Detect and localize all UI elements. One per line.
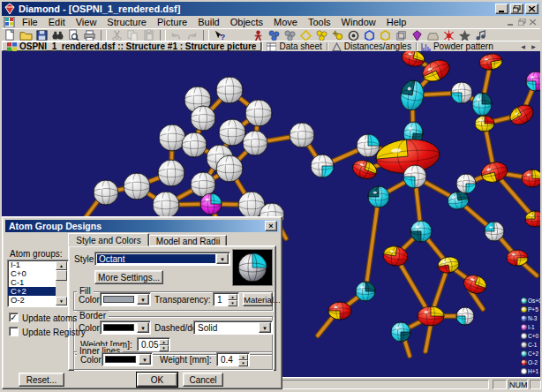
more-settings-button[interactable]: More Settings... — [94, 270, 163, 284]
transparency-value: 1 — [215, 295, 227, 305]
scroll-up-icon[interactable]: ▲ — [56, 261, 67, 270]
legend-item: H+1 — [521, 366, 540, 375]
atom-groups-list[interactable]: I-1C+0C-1C+2O-2 ▲ ▼ — [7, 260, 69, 307]
legend-label: C+0 — [528, 333, 538, 339]
dashed-dotted-combobox[interactable]: Solid ▼ — [193, 320, 273, 335]
restore-button[interactable] — [510, 4, 523, 14]
mdi-close-button[interactable] — [530, 17, 537, 27]
destroy-icon[interactable] — [441, 29, 455, 41]
update-atoms-checkbox[interactable]: ✓ — [9, 313, 19, 322]
border-weight-spinner[interactable]: 0.05 ▲▼ — [137, 337, 170, 351]
transparency-spinner[interactable]: 1 ▲▼ — [213, 292, 239, 306]
atom-sphere-icon — [521, 333, 527, 339]
border-color-combobox[interactable]: ▼ — [100, 320, 151, 335]
spin-up-icon[interactable]: ▲ — [228, 294, 237, 300]
menu-edit[interactable]: Edit — [43, 16, 71, 28]
spin-down-icon[interactable]: ▼ — [228, 300, 237, 306]
tab-distances-angles[interactable]: Distances/angles — [327, 41, 416, 51]
inner-color-combobox[interactable]: ▼ — [102, 352, 153, 366]
save-icon[interactable] — [34, 29, 49, 41]
menu-objects[interactable]: Objects — [225, 16, 268, 28]
atom-sphere-icon — [521, 351, 527, 357]
chevron-down-icon[interactable]: ▼ — [137, 294, 149, 305]
update-registry-checkbox[interactable] — [9, 327, 19, 336]
tray-icon[interactable] — [425, 29, 440, 41]
menu-build[interactable]: Build — [192, 16, 224, 28]
fill-color-combobox[interactable]: ▼ — [100, 292, 151, 306]
scroll-thumb[interactable] — [56, 270, 67, 281]
chevron-down-icon[interactable]: ▼ — [216, 253, 229, 264]
add-atom-icon[interactable] — [330, 29, 344, 41]
border-color-swatch — [103, 324, 134, 331]
unit-cell-icon[interactable] — [394, 29, 408, 41]
copy-icon — [125, 29, 139, 41]
measure-icon[interactable] — [473, 29, 487, 41]
legend-label: I-1 — [528, 324, 535, 330]
tab-structure-picture[interactable]: OSPNI_1_rendered.dsf :: Structure #1 : S… — [2, 41, 261, 51]
redo-icon — [184, 29, 199, 41]
menu-file[interactable]: File — [17, 16, 43, 28]
spin-up-icon[interactable]: ▲ — [159, 339, 169, 345]
print-preview-icon[interactable] — [66, 29, 80, 41]
menu-structure[interactable]: Structure — [102, 16, 152, 28]
tab-powder-pattern[interactable]: Powder pattern — [417, 41, 498, 51]
hexagon-blue-icon[interactable] — [362, 29, 376, 41]
reset-button[interactable]: Reset... — [19, 373, 64, 387]
dialog-close-icon[interactable]: × — [265, 221, 277, 231]
menu-window[interactable]: Window — [336, 16, 381, 28]
document-icon[interactable] — [4, 17, 15, 27]
mdi-minimize-button[interactable] — [508, 17, 515, 27]
cut-icon — [109, 29, 124, 41]
polyhedra-icon[interactable] — [298, 29, 312, 41]
print-icon[interactable] — [82, 29, 96, 41]
menu-bar: FileEditViewStructurePictureBuildObjects… — [2, 16, 540, 28]
chevron-down-icon[interactable]: ▼ — [259, 322, 271, 333]
atom-group-item[interactable]: O-2 — [8, 296, 56, 305]
open-icon[interactable] — [19, 29, 33, 41]
pack-cell-icon[interactable] — [282, 29, 297, 41]
border-weight-value: 0.05 — [139, 340, 158, 350]
atom-sphere-icon — [521, 306, 527, 313]
fill-atoms-icon[interactable] — [314, 29, 328, 41]
app-window: Diamond - [OSPNI_1_rendered.dsf] FileEdi… — [0, 0, 542, 392]
spin-up-icon[interactable]: ▲ — [238, 354, 248, 360]
context-help-icon[interactable]: ? — [212, 29, 226, 41]
spin-down-icon[interactable]: ▼ — [238, 360, 248, 366]
tab-scroll-left[interactable]: ◀ — [518, 43, 528, 49]
minimize-button[interactable] — [495, 4, 508, 14]
atom-sphere-icon — [521, 324, 527, 330]
material-button[interactable]: Material... — [243, 292, 273, 306]
menu-picture[interactable]: Picture — [152, 16, 192, 28]
find-icon[interactable] — [50, 29, 64, 41]
toolbar-separator — [160, 30, 166, 41]
tab-scroll-right[interactable]: ▶ — [529, 43, 538, 49]
ok-button[interactable]: OK — [137, 373, 177, 387]
spin-down-icon[interactable]: ▼ — [159, 345, 169, 351]
walk-structure-icon[interactable] — [251, 29, 265, 41]
tab-data-sheet[interactable]: Data sheet — [262, 41, 326, 51]
menu-view[interactable]: View — [71, 16, 102, 28]
mdi-restore-button[interactable] — [518, 17, 526, 27]
list-scrollbar[interactable]: ▲ ▼ — [56, 261, 67, 305]
menu-help[interactable]: Help — [381, 16, 412, 28]
hexagon-yellow-icon[interactable] — [378, 29, 392, 41]
chevron-down-icon[interactable]: ▼ — [137, 322, 149, 333]
app-logo-icon — [4, 3, 16, 15]
scroll-down-icon[interactable]: ▼ — [56, 297, 67, 305]
close-button[interactable] — [525, 4, 538, 14]
build-molecule-icon[interactable] — [267, 29, 281, 41]
legend-item: C-1 — [521, 340, 540, 349]
star-tool-icon[interactable] — [457, 29, 471, 41]
chevron-down-icon[interactable]: ▼ — [139, 354, 151, 365]
cancel-button[interactable]: Cancel — [183, 373, 223, 387]
inner-weight-spinner[interactable]: 0.4 ▲▼ — [216, 352, 250, 366]
legend-label: N-3 — [528, 315, 537, 321]
new-icon[interactable] — [3, 29, 17, 41]
title-bar: Diamond - [OSPNI_1_rendered.dsf] — [2, 2, 540, 16]
diamond-tool-icon[interactable] — [410, 29, 424, 41]
tab-style-and-colors[interactable]: Style and Colors — [68, 233, 149, 246]
target-icon[interactable] — [346, 29, 360, 41]
style-combobox[interactable]: Octant ▼ — [94, 252, 230, 266]
menu-move[interactable]: Move — [268, 16, 303, 28]
menu-tools[interactable]: Tools — [303, 16, 336, 28]
